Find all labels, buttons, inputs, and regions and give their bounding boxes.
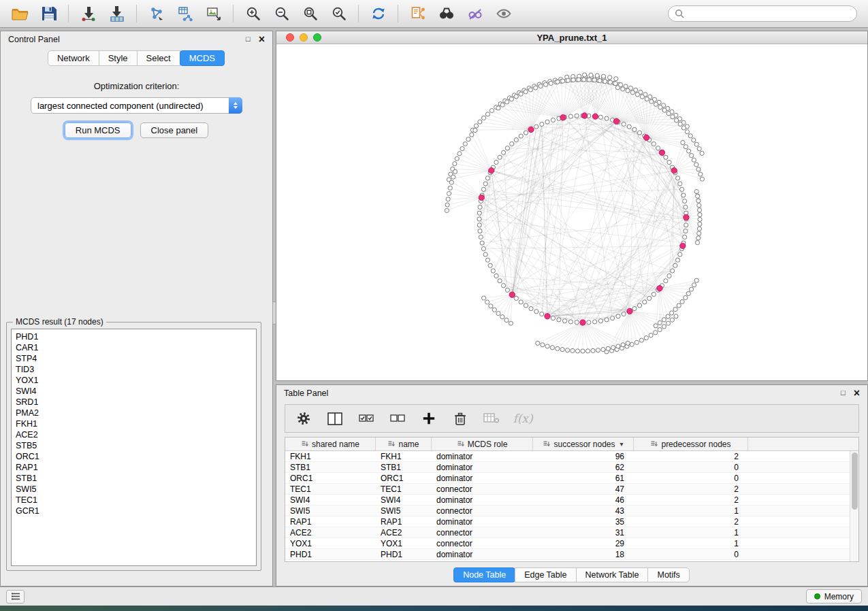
search-network-button[interactable]: [433, 3, 460, 24]
column-header-shared-name[interactable]: shared name: [285, 437, 376, 450]
mcds-result-item[interactable]: CAR1: [16, 342, 256, 353]
table-toolbar: f(x): [285, 404, 859, 433]
mcds-result-item[interactable]: GCR1: [16, 506, 256, 516]
mcds-result-list[interactable]: PHD1CAR1STP4TID3YOX1SWI4SRD1PMA2FKH1ACE2…: [11, 329, 257, 566]
window-maximize-icon[interactable]: [313, 33, 321, 42]
hide-selected-button[interactable]: [462, 3, 488, 24]
search-input[interactable]: [688, 9, 850, 18]
float-panel-icon[interactable]: □: [246, 35, 251, 43]
function-builder-button[interactable]: f(x): [514, 410, 532, 427]
window-close-icon[interactable]: [286, 33, 294, 42]
table-cell: ORC1: [376, 474, 432, 483]
import-table-from-file-button[interactable]: [103, 3, 130, 24]
mcds-result-item[interactable]: TID3: [16, 364, 256, 375]
table-row[interactable]: SWI4SWI4dominator462: [285, 495, 850, 506]
control-panel-title: Control Panel: [8, 35, 60, 44]
table-row[interactable]: ORC1ORC1dominator610: [285, 473, 850, 484]
tab-network[interactable]: Network: [48, 50, 99, 66]
save-session-button[interactable]: [35, 3, 62, 24]
close-panel-icon[interactable]: ×: [854, 388, 860, 399]
mcds-result-item[interactable]: PMA2: [16, 408, 256, 418]
table-row[interactable]: PHD1PHD1dominator180: [285, 549, 850, 560]
status-menu-button[interactable]: [6, 590, 25, 604]
network-from-table-button[interactable]: [172, 3, 198, 24]
mcds-result-item[interactable]: SRD1: [16, 397, 256, 408]
zoom-fit-button[interactable]: [297, 3, 323, 24]
table-header-row: shared namenameMCDS rolesuccessor nodes▾…: [285, 437, 858, 451]
table-row[interactable]: SWI5SWI5connector431: [285, 506, 850, 516]
network-view-titlebar[interactable]: YPA_prune.txt_1: [276, 31, 867, 44]
column-header-successor-nodes[interactable]: successor nodes▾: [533, 437, 634, 450]
zoom-out-button[interactable]: [268, 3, 295, 24]
show-all-button[interactable]: [490, 3, 517, 24]
tab-edge-table[interactable]: Edge Table: [515, 567, 576, 582]
mcds-result-item[interactable]: SWI5: [16, 484, 256, 495]
select-all-columns-button[interactable]: [357, 410, 375, 427]
table-row[interactable]: RAP1RAP1dominator352: [285, 516, 850, 527]
run-mcds-button[interactable]: Run MCDS: [65, 122, 131, 138]
mcds-result-item[interactable]: PHD1: [16, 331, 256, 342]
table-cell: 18: [533, 550, 634, 559]
mcds-result-item[interactable]: STP4: [16, 353, 256, 364]
create-column-button[interactable]: [420, 410, 438, 427]
mcds-result-item[interactable]: ORC1: [16, 451, 256, 462]
show-columns-button[interactable]: [326, 410, 344, 427]
mcds-result-item[interactable]: TEC1: [16, 495, 256, 506]
table-scrollbar[interactable]: [850, 451, 858, 561]
table-row[interactable]: STB1STB1dominator620: [285, 462, 850, 473]
network-canvas[interactable]: [276, 44, 867, 380]
tab-select[interactable]: Select: [137, 50, 180, 66]
mcds-result-item[interactable]: FKH1: [16, 418, 256, 429]
delete-table-button[interactable]: [483, 410, 500, 427]
zoom-selected-button[interactable]: [325, 3, 352, 24]
refresh-button[interactable]: [365, 3, 391, 24]
column-header-name[interactable]: name: [376, 437, 432, 450]
float-panel-icon[interactable]: □: [841, 389, 846, 397]
mcds-result-item[interactable]: STB1: [16, 473, 256, 484]
network-nodes[interactable]: [445, 73, 704, 354]
import-network-icon: [80, 5, 97, 22]
tab-network-table[interactable]: Network Table: [576, 567, 649, 582]
memory-button[interactable]: Memory: [806, 589, 862, 604]
tab-mcds[interactable]: MCDS: [180, 50, 225, 66]
column-header-label: shared name: [312, 440, 359, 449]
new-network-button[interactable]: [143, 3, 170, 24]
network-view-title: YPA_prune.txt_1: [276, 33, 867, 43]
table-row[interactable]: ACE2ACE2connector311: [285, 527, 850, 538]
clone-network-button[interactable]: [404, 3, 431, 24]
close-panel-icon[interactable]: ×: [259, 34, 265, 45]
table-cell: 2: [634, 452, 748, 461]
column-header-MCDS-role[interactable]: MCDS role: [432, 437, 533, 450]
criterion-select[interactable]: largest connected component (undirected): [31, 97, 242, 114]
mcds-result-item[interactable]: YOX1: [16, 375, 256, 386]
close-panel-button[interactable]: Close panel: [140, 122, 209, 138]
window-minimize-icon[interactable]: [300, 33, 308, 42]
table-row[interactable]: TEC1TEC1connector472: [285, 484, 850, 495]
table-settings-button[interactable]: [295, 410, 312, 427]
table-row[interactable]: FKH1FKH1dominator962: [285, 451, 850, 462]
open-session-button[interactable]: [7, 3, 33, 24]
network-graph[interactable]: [276, 44, 867, 380]
tab-node-table[interactable]: Node Table: [453, 567, 515, 582]
tab-motifs[interactable]: Motifs: [647, 567, 689, 582]
select-stepper[interactable]: [229, 97, 242, 114]
column-header-predecessor-nodes[interactable]: predecessor nodes: [634, 437, 748, 450]
table-tabs: Node TableEdge TableNetwork TableMotifs: [276, 567, 867, 582]
mcds-result-item[interactable]: SWI4: [16, 386, 256, 397]
plus-icon: [422, 412, 436, 425]
delete-column-button[interactable]: [451, 410, 469, 427]
tab-style[interactable]: Style: [99, 50, 138, 66]
scrollbar-thumb[interactable]: [852, 452, 858, 510]
table-cell: ACE2: [285, 528, 376, 538]
mcds-result-item[interactable]: STB5: [16, 440, 256, 451]
glasses-slash-icon: [467, 5, 483, 22]
export-image-button[interactable]: [200, 3, 227, 24]
mcds-result-item[interactable]: RAP1: [16, 462, 256, 473]
zoom-in-button[interactable]: [240, 3, 266, 24]
import-network-from-file-button[interactable]: [75, 3, 101, 24]
unselect-all-columns-button[interactable]: [389, 410, 406, 427]
table-row[interactable]: YOX1YOX1connector291: [285, 538, 850, 549]
table-cell: TEC1: [376, 484, 432, 494]
mcds-result-item[interactable]: ACE2: [16, 429, 256, 440]
stepper-up-icon: [234, 102, 238, 105]
